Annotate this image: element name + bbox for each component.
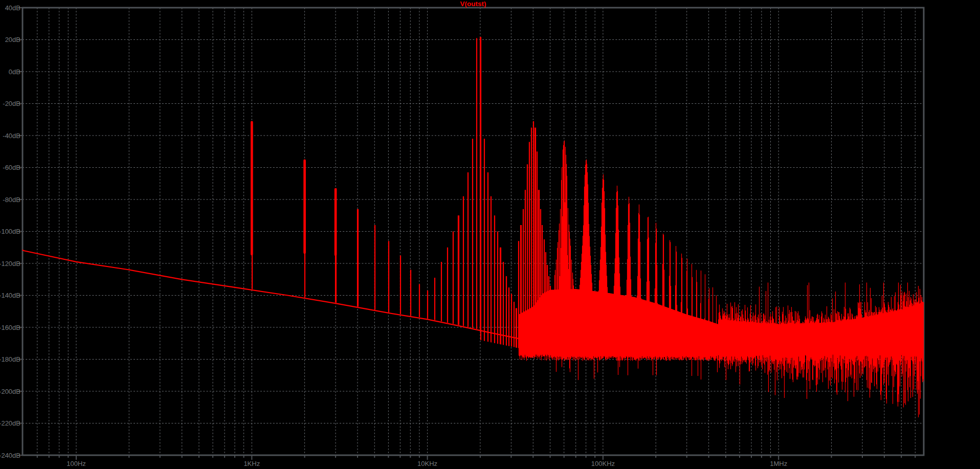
y-tick-label: 40dB <box>5 4 20 12</box>
waveform-viewer-window: 100Hz1KHz10KHz100KHz1MHz40dB20dB0dB-20dB… <box>0 0 980 469</box>
y-tick-label: -200dB <box>0 388 20 395</box>
y-tick-label: -20dB <box>3 100 20 107</box>
y-tick-label: -160dB <box>0 324 20 331</box>
plot-background[interactable] <box>0 0 980 469</box>
x-tick-label: 100KHz <box>591 460 615 467</box>
x-tick-label: 1MHz <box>770 460 787 467</box>
x-tick-label: 100Hz <box>66 460 86 467</box>
y-tick-label: 0dB <box>9 68 20 76</box>
y-tick-label: 20dB <box>5 36 20 43</box>
y-tick-label: -220dB <box>0 419 20 427</box>
x-tick-label: 1KHz <box>243 460 260 467</box>
x-tick-label: 10KHz <box>417 460 437 467</box>
fft-plot[interactable]: 100Hz1KHz10KHz100KHz1MHz40dB20dB0dB-20dB… <box>0 0 980 469</box>
y-tick-label: -80dB <box>3 196 20 204</box>
y-tick-label: -100dB <box>0 228 20 235</box>
y-tick-label: -60dB <box>3 164 20 171</box>
y-tick-label: -120dB <box>0 260 20 267</box>
y-tick-label: -240dB <box>0 452 20 459</box>
y-tick-label: -180dB <box>0 355 20 363</box>
trace-label-title[interactable]: V(outst) <box>460 0 486 8</box>
y-tick-label: -140dB <box>0 292 20 299</box>
plot-generated-content: 100Hz1KHz10KHz100KHz1MHz40dB20dB0dB-20dB… <box>0 0 980 469</box>
y-tick-label: -40dB <box>3 132 20 140</box>
